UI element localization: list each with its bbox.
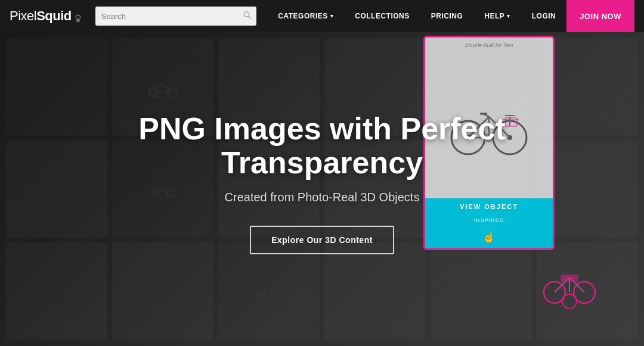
logo-squid: Squid [36, 8, 72, 23]
join-now-button[interactable]: JOIN NOW [566, 0, 634, 32]
explore-cta-button[interactable]: Explore Our 3D Content [250, 226, 394, 254]
navbar: PixelSquid CATEGORIES ▾ COLLECTIONS [0, 0, 644, 32]
search-bar [95, 7, 256, 26]
categories-chevron-icon: ▾ [330, 13, 334, 19]
logo-text: PixelSquid [10, 10, 72, 23]
help-chevron-icon: ▾ [507, 13, 510, 19]
nav-help[interactable]: HELP ▾ [473, 0, 521, 32]
logo-squid-icon [73, 12, 83, 23]
hero-title: PNG Images with Perfect Transparency [83, 112, 561, 180]
hero-subtitle: Created from Photo-Real 3D Objects [225, 191, 420, 204]
search-input[interactable] [95, 7, 256, 26]
nav-collections[interactable]: COLLECTIONS [344, 0, 420, 32]
nav-categories[interactable]: CATEGORIES ▾ [267, 0, 344, 32]
nav-pricing[interactable]: PRICING [420, 0, 474, 32]
nav-links: CATEGORIES ▾ COLLECTIONS PRICING HELP ▾ … [267, 0, 634, 32]
nav-login[interactable]: LOGIN [521, 0, 567, 32]
logo[interactable]: PixelSquid [10, 10, 83, 23]
logo-pixel: Pixel [10, 8, 36, 23]
svg-point-37 [76, 15, 80, 19]
